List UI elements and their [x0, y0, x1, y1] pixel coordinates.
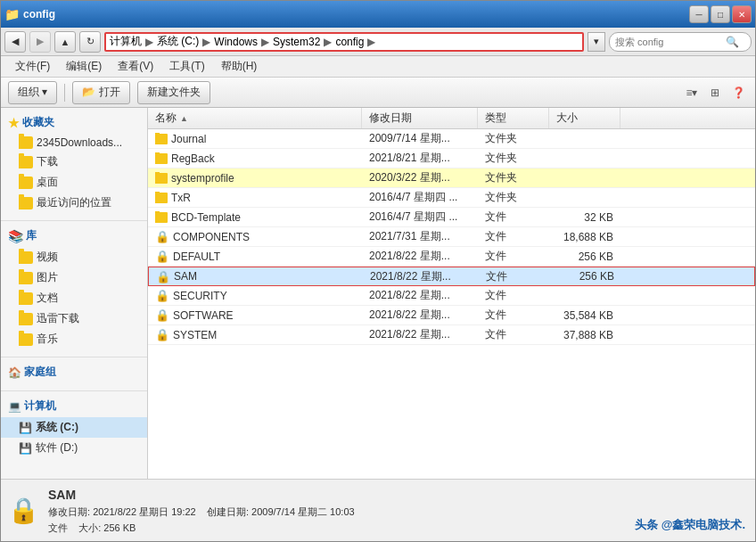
sidebar-item-recent[interactable]: 最近访问的位置	[1, 193, 147, 213]
menu-view[interactable]: 查看(V)	[111, 57, 160, 76]
file-name-system: 🔒 SYSTEM	[148, 328, 362, 341]
column-header-name[interactable]: 名称 ▲	[148, 108, 362, 128]
lock-icon: 🔒	[155, 308, 169, 322]
help-button[interactable]: ❓	[728, 83, 748, 103]
sidebar-divider-2	[1, 357, 147, 357]
search-box[interactable]: 🔍	[609, 32, 752, 52]
file-name-systemprofile: systemprofile	[148, 172, 362, 185]
folder-icon	[19, 333, 33, 346]
file-row-txr[interactable]: TxR 2016/4/7 星期四 ... 文件夹	[148, 188, 755, 208]
folder-icon	[19, 177, 33, 189]
star-icon: ★	[8, 116, 20, 130]
folder-icon	[19, 313, 33, 325]
organize-button[interactable]: 组织 ▾	[8, 81, 57, 104]
sidebar-divider-3	[1, 390, 147, 391]
sidebar-item-thunder[interactable]: 迅雷下载	[1, 308, 147, 329]
column-header-date[interactable]: 修改日期	[362, 108, 478, 128]
sidebar-divider-1	[1, 220, 147, 221]
large-icon-view-button[interactable]: ⊞	[705, 83, 725, 103]
lock-icon: 🔒	[155, 289, 169, 302]
sidebar-item-video[interactable]: 视频	[1, 247, 147, 267]
computer-header[interactable]: 💻 计算机	[1, 395, 147, 417]
file-type-software: 文件	[478, 308, 549, 323]
file-date-journal: 2009/7/14 星期...	[362, 131, 478, 146]
status-type-size: 文件 大小: 256 KB	[48, 521, 355, 537]
sidebar-item-music[interactable]: 音乐	[1, 329, 147, 349]
file-name-default: 🔒 DEFAULT	[148, 250, 362, 263]
address-dropdown-button[interactable]: ▾	[588, 32, 605, 52]
file-row-journal[interactable]: Journal 2009/7/14 星期... 文件夹	[148, 129, 755, 149]
refresh-button[interactable]: ↻	[79, 31, 101, 53]
file-name-software: 🔒 SOFTWARE	[148, 308, 362, 322]
file-size-default: 256 KB	[549, 250, 620, 263]
favorites-header[interactable]: ★ 收藏夹	[1, 111, 147, 134]
folder-icon	[19, 251, 33, 264]
file-date-sam: 2021/8/22 星期...	[363, 269, 479, 284]
file-row-software[interactable]: 🔒 SOFTWARE 2021/8/22 星期... 文件 35,584 KB	[148, 306, 755, 325]
file-date-security: 2021/8/22 星期...	[362, 288, 478, 303]
status-filename: SAM	[48, 485, 355, 505]
file-name-security: 🔒 SECURITY	[148, 289, 362, 302]
open-button[interactable]: 📂 打开	[72, 81, 129, 104]
menu-tools[interactable]: 工具(T)	[162, 57, 211, 76]
forward-button[interactable]: ▶	[29, 31, 51, 53]
sidebar-item-d-drive[interactable]: 💾 软件 (D:)	[1, 438, 147, 458]
folder-icon	[155, 153, 168, 164]
file-row-security[interactable]: 🔒 SECURITY 2021/8/22 星期... 文件	[148, 286, 755, 306]
library-header[interactable]: 📚 库	[1, 225, 147, 247]
file-name-bcd: BCD-Template	[148, 211, 362, 224]
new-folder-button[interactable]: 新建文件夹	[137, 81, 210, 104]
file-type-bcd: 文件	[478, 209, 549, 225]
file-row-bcd[interactable]: BCD-Template 2016/4/7 星期四 ... 文件 32 KB	[148, 208, 755, 227]
sort-arrow: ▲	[180, 114, 188, 123]
file-row-sam[interactable]: 🔒 SAM 2021/8/22 星期... 文件 256 KB	[148, 267, 755, 286]
file-date-bcd: 2016/4/7 星期四 ...	[362, 209, 478, 225]
file-row-components[interactable]: 🔒 COMPONENTS 2021/7/31 星期... 文件 18,688 K…	[148, 227, 755, 247]
back-button[interactable]: ◀	[4, 31, 26, 53]
title-bar-left: 📁 config	[4, 7, 55, 21]
library-icon: 📚	[8, 229, 23, 243]
search-icon[interactable]: 🔍	[726, 36, 739, 48]
address-path-box[interactable]: 计算机 ▶ 系统 (C:) ▶ Windows ▶ System32 ▶ con…	[104, 32, 584, 52]
path-drive: 系统 (C:)	[157, 34, 199, 49]
maximize-button[interactable]: □	[711, 5, 730, 23]
file-date-systemprofile: 2020/3/22 星期...	[362, 170, 478, 185]
computer-icon: 💻	[8, 400, 21, 413]
drive-c-icon: 💾	[19, 422, 32, 434]
sidebar-item-desktop[interactable]: 桌面	[1, 172, 147, 193]
favorites-section: ★ 收藏夹 2345Downloads... 下载 桌面 最近访问	[1, 111, 147, 213]
close-button[interactable]: ✕	[732, 5, 752, 23]
file-size-components: 18,688 KB	[549, 231, 620, 243]
sidebar-item-pictures[interactable]: 图片	[1, 267, 147, 288]
file-row-systemprofile[interactable]: systemprofile 2020/3/22 星期... 文件夹	[148, 168, 755, 188]
file-type-default: 文件	[478, 249, 549, 264]
menu-file[interactable]: 文件(F)	[8, 57, 57, 76]
sidebar-item-documents[interactable]: 文档	[1, 288, 147, 308]
details-view-button[interactable]: ≡▾	[682, 83, 702, 103]
column-header-type[interactable]: 类型	[478, 108, 549, 128]
file-name-txr: TxR	[148, 192, 362, 204]
sidebar-item-download[interactable]: 下载	[1, 152, 147, 172]
menu-help[interactable]: 帮助(H)	[214, 57, 265, 76]
sidebar-item-c-drive[interactable]: 💾 系统 (C:)	[1, 417, 147, 438]
file-type-systemprofile: 文件夹	[478, 170, 549, 185]
file-date-software: 2021/8/22 星期...	[362, 308, 478, 323]
folder-icon	[155, 212, 168, 223]
homegroup-header[interactable]: 🏠 家庭组	[1, 361, 147, 383]
homegroup-section: 🏠 家庭组	[1, 361, 147, 383]
file-name-components: 🔒 COMPONENTS	[148, 230, 362, 243]
file-row-system[interactable]: 🔒 SYSTEM 2021/8/22 星期... 文件 37,888 KB	[148, 325, 755, 345]
sidebar-item-downloads[interactable]: 2345Downloads...	[1, 134, 147, 152]
menu-edit[interactable]: 编辑(E)	[59, 57, 109, 76]
file-row-regback[interactable]: RegBack 2021/8/21 星期... 文件夹	[148, 149, 755, 168]
title-bar-buttons: ─ □ ✕	[689, 5, 752, 23]
folder-icon	[155, 173, 168, 184]
up-button[interactable]: ▲	[54, 31, 76, 53]
column-header-size[interactable]: 大小	[549, 108, 620, 128]
file-row-default[interactable]: 🔒 DEFAULT 2021/8/22 星期... 文件 256 KB	[148, 247, 755, 267]
file-date-system: 2021/8/22 星期...	[362, 327, 478, 342]
path-config: config	[335, 36, 364, 48]
computer-section: 💻 计算机 💾 系统 (C:) 💾 软件 (D:)	[1, 395, 147, 458]
minimize-button[interactable]: ─	[689, 5, 709, 23]
search-input[interactable]	[615, 37, 722, 47]
